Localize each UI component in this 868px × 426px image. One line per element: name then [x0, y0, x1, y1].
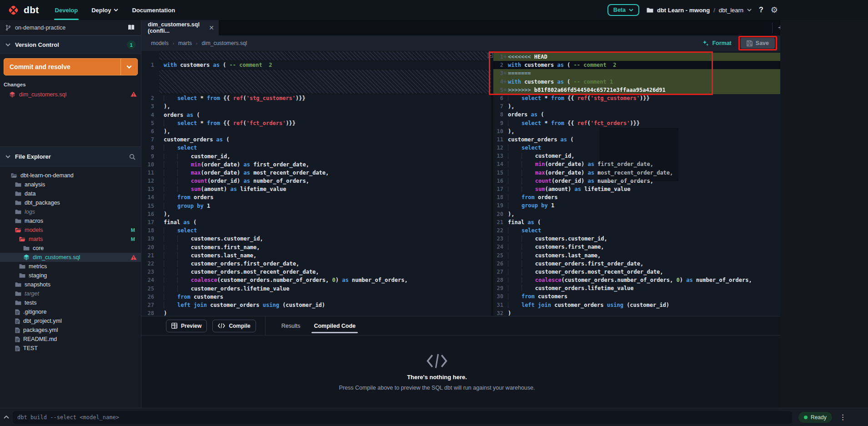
tree-item-tests[interactable]: tests [0, 298, 141, 307]
dbt-logo[interactable]: dbt [0, 4, 39, 16]
chevron-up-icon[interactable] [0, 416, 13, 419]
tree-item-test[interactable]: TEST [0, 344, 141, 353]
file-explorer-header[interactable]: File Explorer [0, 146, 141, 167]
tree-item-dbt-packages[interactable]: dbt_packages [0, 198, 141, 207]
code-line: 8 orders as ( [493, 110, 780, 119]
tree-item-label: core [33, 245, 44, 251]
tree-item-gitignore[interactable]: .gitignore [0, 307, 141, 316]
status-dot-icon [804, 416, 808, 419]
fold-marker-icon[interactable]: − [488, 53, 493, 58]
commit-dropdown-caret[interactable] [120, 59, 137, 75]
code-line: 2 with customers as ( -- comment 2 [493, 61, 780, 69]
tree-item-readme-md[interactable]: README.md [0, 335, 141, 344]
help-icon[interactable]: ? [759, 6, 763, 14]
breadcrumb-file[interactable]: dim_customers.sql [201, 40, 247, 46]
preview-button[interactable]: Preview [166, 320, 207, 332]
code-line: 6 ), [141, 127, 491, 135]
merge-editor-result-pane[interactable]: 1 with customers as ( -- comment 22 sele… [141, 51, 491, 316]
tree-item-label: packages.yml [23, 327, 58, 333]
bottom-panel-header: Preview Compile Results Compiled Code [141, 316, 780, 336]
branch-selector[interactable]: on-demand-practice [0, 20, 141, 35]
model-cube-icon [9, 91, 15, 98]
tree-item-analysis[interactable]: analysis [0, 180, 141, 189]
version-control-header[interactable]: Version Control 1 [0, 35, 141, 54]
tab-compiled-code[interactable]: Compiled Code [307, 316, 362, 335]
folder-icon [19, 264, 25, 269]
save-button[interactable]: Save [741, 38, 775, 49]
code-line: 28 coalesce(customer_orders.number_of_or… [493, 276, 780, 284]
breadcrumb-models[interactable]: models [151, 40, 169, 46]
code-line: 1+<<<<<<< HEAD [493, 53, 780, 61]
code-line: 2 select * from {{ ref('stg_customers')}… [141, 94, 491, 102]
command-text: dbt build --select <model_name> [17, 414, 119, 421]
tree-item-packages-yml[interactable]: packages.yml [0, 326, 141, 335]
tree-item-data[interactable]: data [0, 189, 141, 198]
model-cube-icon [23, 254, 30, 261]
code-line: 15 group by 1 [141, 202, 491, 210]
kebab-menu-icon[interactable]: ⋮ [839, 413, 847, 421]
chevron-down-icon [747, 9, 752, 11]
chevron-down-icon [5, 155, 10, 158]
search-icon[interactable] [129, 154, 135, 160]
code-line: 24 coalesce(customer_orders.number_of_or… [141, 276, 491, 284]
tab-dim-customers[interactable]: dim_customers.sql (confli... ✕ [141, 20, 219, 35]
tree-item-staging[interactable]: staging [0, 271, 141, 280]
close-icon[interactable]: ✕ [209, 24, 214, 31]
tree-item-label: marts [29, 236, 43, 242]
tree-item-metrics[interactable]: metrics [0, 262, 141, 271]
code-line: 20 ), [493, 210, 780, 218]
format-button[interactable]: Format [702, 40, 731, 46]
code-line: 4+with customers as ( -- comment 1 [493, 78, 780, 86]
docs-book-icon[interactable] [128, 25, 135, 30]
tree-item-models[interactable]: modelsM [0, 226, 141, 235]
compile-button[interactable]: Compile [212, 320, 256, 332]
collapsed-diff-region [159, 69, 491, 94]
tree-item-core[interactable]: core [0, 244, 141, 253]
nav-develop[interactable]: Develop [48, 0, 85, 20]
bottom-panel: Preview Compile Results Compiled Code Th… [141, 316, 780, 408]
code-line: 10 min(order_date) as first_order_date, [141, 160, 491, 169]
nav-documentation[interactable]: Documentation [125, 0, 182, 20]
code-line: 7 ), [493, 102, 780, 110]
tree-item-label: data [25, 190, 35, 197]
changed-file-dim-customers[interactable]: dim_customers.sql [0, 89, 141, 100]
tree-item-dbt-learn-on-demand[interactable]: dbt-learn-on-demand [0, 171, 141, 180]
main-nav: Develop Deploy Documentation [48, 0, 182, 20]
code-line: 14 from orders [141, 193, 491, 201]
tree-item-logs[interactable]: logs [0, 207, 141, 216]
nav-deploy[interactable]: Deploy [85, 0, 125, 20]
code-line: 25 customer_orders.lifetime_value [141, 285, 491, 293]
code-line: 19 customers.customer_id, [141, 235, 491, 243]
conflict-warning-icon [130, 91, 137, 97]
tree-item-macros[interactable]: macros [0, 216, 141, 226]
code-line: 21 customers.last_name, [141, 251, 491, 260]
file-icon [15, 346, 20, 351]
sparkles-icon [702, 40, 709, 46]
beta-dropdown[interactable]: Beta [607, 4, 639, 16]
code-line: 32 ) [493, 309, 780, 316]
command-input[interactable]: dbt build --select <model_name> [13, 411, 792, 424]
file-explorer-title: File Explorer [15, 153, 51, 160]
tree-item-snapshots[interactable]: snapshots [0, 280, 141, 289]
code-line: 12 count(order_id) as number_of_orders, [141, 177, 491, 185]
tree-item-target[interactable]: target [0, 289, 141, 298]
save-floppy-icon [747, 40, 753, 46]
merge-editor-source-pane[interactable]: 1+<<<<<<< HEAD2 with customers as ( -- c… [491, 51, 780, 316]
code-line: 18 from orders [493, 193, 780, 201]
code-line: 7 customer_orders as ( [141, 135, 491, 144]
tree-item-label: models [25, 227, 43, 233]
code-line: 3 ), [141, 102, 491, 110]
merge-editor: 1 with customers as ( -- comment 22 sele… [141, 51, 780, 316]
account-project-selector[interactable]: dbt Learn - mwong / dbt_learn [647, 7, 752, 14]
collapsed-diff-region [159, 51, 491, 61]
gear-icon[interactable]: ⚙ [771, 6, 778, 14]
tree-item-dbt-project-yml[interactable]: dbt_project.yml [0, 316, 141, 326]
code-line: 29 customer_orders.lifetime_value [493, 284, 780, 292]
code-line: 4 orders as ( [141, 111, 491, 119]
tab-results[interactable]: Results [275, 316, 307, 335]
code-line: 27 customer_orders.most_recent_order_dat… [493, 268, 780, 276]
commit-and-resolve-button[interactable]: Commit and resolve [4, 58, 138, 75]
tree-item-marts[interactable]: martsM [0, 235, 141, 244]
breadcrumb-marts[interactable]: marts [178, 40, 192, 46]
tree-item-dim-customers-sql[interactable]: dim_customers.sql [0, 253, 141, 262]
